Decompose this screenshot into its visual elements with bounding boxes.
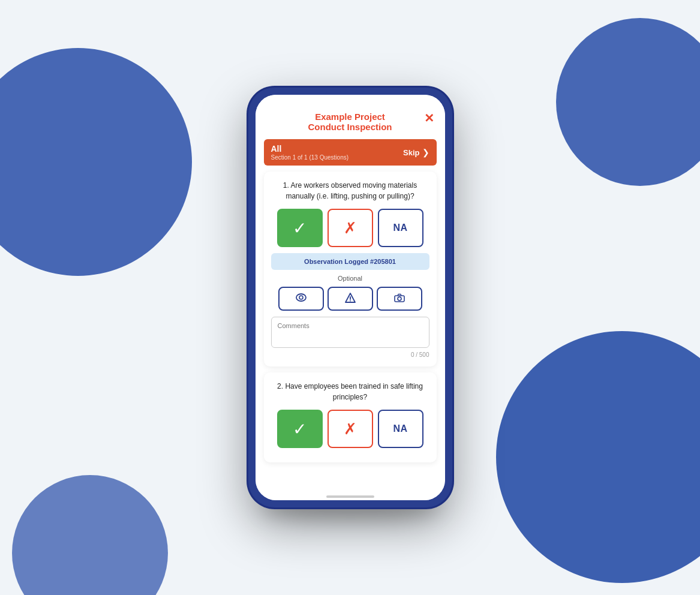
- scroll-content: 1. Are workers observed moving materials…: [256, 166, 445, 493]
- answer-buttons-q1: ✓ ✗ NA: [271, 209, 429, 247]
- bg-shape-right-bottom: [496, 331, 700, 583]
- phone-mockup: Example Project Conduct Inspection ✕ All…: [248, 88, 452, 507]
- phone-screen: Example Project Conduct Inspection ✕ All…: [256, 95, 445, 500]
- section-bar-actions: Skip ❯: [403, 148, 429, 157]
- yes-button-q2[interactable]: ✓: [277, 410, 323, 448]
- char-count: 0 / 500: [271, 351, 429, 358]
- section-name: All: [271, 144, 349, 154]
- bg-shape-left-bottom: [12, 475, 168, 595]
- question-2-number: 2.: [277, 382, 283, 390]
- question-1-body: Are workers observed moving materials ma…: [286, 181, 417, 200]
- question-1-text: 1. Are workers observed moving materials…: [271, 180, 429, 202]
- eye-button[interactable]: [278, 287, 324, 311]
- question-1-number: 1.: [283, 181, 289, 190]
- warning-button[interactable]: [328, 287, 373, 311]
- inspect-title: Conduct Inspection: [256, 122, 445, 132]
- optional-label: Optional: [271, 275, 429, 282]
- section-bar-info: All Section 1 of 1 (13 Questions): [271, 144, 349, 161]
- svg-point-1: [299, 296, 303, 299]
- yes-button-q1[interactable]: ✓: [277, 209, 323, 247]
- question-2-card: 2. Have employees been trained in safe l…: [264, 372, 437, 462]
- section-bar[interactable]: All Section 1 of 1 (13 Questions) Skip ❯: [264, 139, 437, 166]
- optional-action-buttons: [271, 287, 429, 311]
- project-title: Example Project: [256, 112, 445, 122]
- camera-button[interactable]: [377, 287, 422, 311]
- skip-label[interactable]: Skip: [403, 148, 419, 157]
- warning-icon: [345, 293, 356, 305]
- home-indicator: [326, 495, 374, 498]
- comments-input[interactable]: [271, 317, 429, 348]
- close-button[interactable]: ✕: [424, 110, 434, 126]
- eye-icon: [296, 293, 307, 304]
- na-icon-q1: NA: [393, 223, 407, 233]
- no-icon-q1: ✗: [344, 219, 357, 238]
- svg-point-3: [350, 300, 351, 301]
- observation-badge: Observation Logged #205801: [271, 253, 429, 270]
- yes-icon-q1: ✓: [293, 218, 307, 238]
- yes-icon-q2: ✓: [293, 419, 307, 439]
- bg-shape-left: [0, 48, 192, 276]
- screen-header: Example Project Conduct Inspection ✕: [256, 95, 445, 139]
- camera-icon: [394, 293, 405, 305]
- question-2-body: Have employees been trained in safe lift…: [285, 382, 422, 401]
- question-2-text: 2. Have employees been trained in safe l…: [271, 381, 429, 402]
- no-button-q1[interactable]: ✗: [328, 209, 373, 247]
- screen-content: Example Project Conduct Inspection ✕ All…: [256, 95, 445, 500]
- na-button-q1[interactable]: NA: [378, 209, 423, 247]
- svg-point-0: [296, 294, 306, 301]
- chevron-down-icon[interactable]: ❯: [422, 148, 429, 157]
- question-1-card: 1. Are workers observed moving materials…: [264, 172, 437, 366]
- answer-buttons-q2: ✓ ✗ NA: [271, 410, 429, 448]
- close-icon: ✕: [424, 112, 434, 125]
- section-subtitle: Section 1 of 1 (13 Questions): [271, 154, 349, 161]
- na-icon-q2: NA: [393, 423, 407, 434]
- no-icon-q2: ✗: [344, 420, 357, 438]
- na-button-q2[interactable]: NA: [378, 410, 423, 448]
- no-button-q2[interactable]: ✗: [328, 410, 373, 448]
- svg-point-5: [398, 297, 401, 300]
- bg-shape-right-top: [556, 18, 700, 186]
